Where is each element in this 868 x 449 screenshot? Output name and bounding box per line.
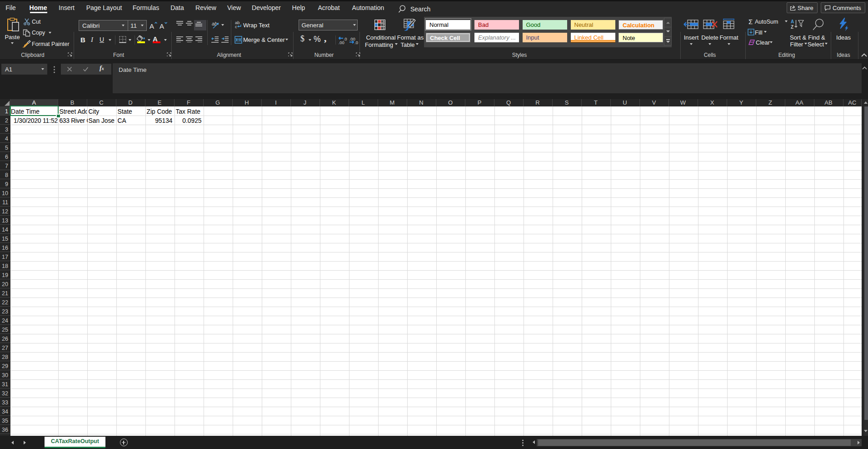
svg-text:Z: Z <box>791 25 793 29</box>
svg-text:A: A <box>150 22 154 30</box>
svg-text:.0: .0 <box>354 40 358 44</box>
svg-text:ab: ab <box>212 21 217 26</box>
svg-text:.00: .00 <box>339 40 344 44</box>
svg-text:A: A <box>791 19 794 24</box>
svg-text:c: c <box>235 24 237 29</box>
svg-text:A: A <box>160 22 164 30</box>
